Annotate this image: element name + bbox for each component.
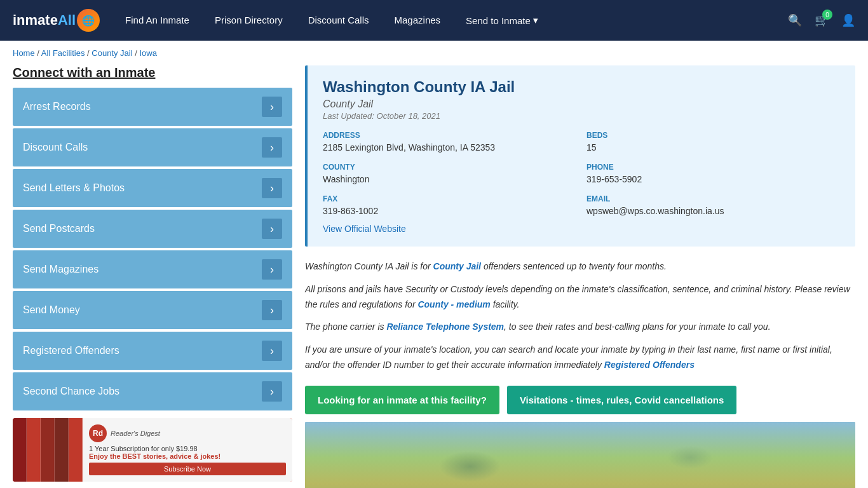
sidebar-item-second-chance-jobs[interactable]: Second Chance Jobs › bbox=[13, 372, 292, 410]
cart-icon[interactable]: 🛒 0 bbox=[815, 13, 829, 27]
chevron-right-icon: › bbox=[262, 137, 282, 158]
chevron-right-icon: › bbox=[262, 219, 282, 239]
phone-value: 319-653-5902 bbox=[587, 174, 840, 184]
ad-books-decoration bbox=[13, 418, 83, 482]
sidebar-item-label: Arrest Records bbox=[23, 101, 91, 112]
facility-name: Washington County IA Jail bbox=[323, 78, 840, 96]
sidebar: Connect with an Inmate Arrest Records › … bbox=[13, 65, 292, 488]
breadcrumb: Home / All Facilities / County Jail / Io… bbox=[0, 41, 868, 65]
facility-last-updated: Last Updated: October 18, 2021 bbox=[323, 111, 840, 121]
sidebar-item-send-magazines[interactable]: Send Magazines › bbox=[13, 250, 292, 288]
facility-details: ADDRESS 2185 Lexington Blvd, Washington,… bbox=[323, 131, 840, 216]
desc-para4: If you are unsure of your inmate's locat… bbox=[305, 342, 855, 373]
logo-text-inmate: inmate bbox=[13, 12, 58, 28]
sidebar-item-label: Send Money bbox=[23, 304, 80, 316]
ad-tagline: Enjoy the BEST stories, advice & jokes! bbox=[89, 452, 286, 460]
ad-subscribe-button[interactable]: Subscribe Now bbox=[89, 463, 286, 475]
ad-subscription-text: 1 Year Subscription for only $19.98 bbox=[89, 445, 286, 452]
breadcrumb-county-jail[interactable]: County Jail bbox=[92, 48, 132, 58]
desc-para2: All prisons and jails have Security or C… bbox=[305, 282, 855, 313]
sidebar-items: Arrest Records › Discount Calls › Send L… bbox=[13, 88, 292, 410]
sidebar-item-label: Send Postcards bbox=[23, 223, 95, 234]
phone-label: PHONE bbox=[587, 163, 840, 172]
chevron-right-icon: › bbox=[262, 341, 282, 361]
chevron-right-icon: › bbox=[262, 381, 282, 402]
ad-brand: Reader's Digest bbox=[111, 430, 160, 437]
reliance-telephone-link[interactable]: Reliance Telephone System bbox=[386, 322, 504, 332]
facility-type: County Jail bbox=[323, 98, 840, 110]
chevron-right-icon: › bbox=[262, 259, 282, 280]
breadcrumb-state[interactable]: Iowa bbox=[139, 48, 156, 58]
breadcrumb-home[interactable]: Home bbox=[13, 48, 35, 58]
chevron-right-icon: › bbox=[262, 97, 282, 117]
main-nav: inmateAll 🌐 Find An Inmate Prison Direct… bbox=[0, 0, 868, 41]
sidebar-item-label: Send Letters & Photos bbox=[23, 182, 125, 194]
county-group: COUNTY Washington bbox=[323, 163, 576, 184]
logo[interactable]: inmateAll 🌐 bbox=[13, 9, 100, 32]
county-label: COUNTY bbox=[323, 163, 576, 172]
fax-group: FAX 319-863-1002 bbox=[323, 194, 576, 216]
phone-group: PHONE 319-653-5902 bbox=[587, 163, 840, 184]
sidebar-item-label: Discount Calls bbox=[23, 142, 88, 153]
beds-value: 15 bbox=[587, 142, 840, 152]
nav-send-to-inmate[interactable]: Send to Inmate ▾ bbox=[466, 15, 538, 26]
beds-group: BEDS 15 bbox=[587, 131, 840, 152]
main-content: Washington County IA Jail County Jail La… bbox=[305, 65, 855, 488]
cta-buttons: Looking for an inmate at this facility? … bbox=[305, 386, 855, 414]
desc-para3: The phone carrier is Reliance Telephone … bbox=[305, 320, 855, 335]
nav-right: 🔍 🛒 0 👤 bbox=[788, 13, 855, 27]
desc-para1: Washington County IA Jail is for County … bbox=[305, 259, 855, 274]
county-value: Washington bbox=[323, 174, 576, 184]
nav-prison-directory[interactable]: Prison Directory bbox=[215, 15, 283, 26]
user-icon[interactable]: 👤 bbox=[841, 13, 855, 27]
address-value: 2185 Lexington Blvd, Washington, IA 5235… bbox=[323, 142, 576, 152]
county-medium-link[interactable]: County - medium bbox=[417, 299, 490, 309]
nav-links: Find An Inmate Prison Directory Discount… bbox=[125, 15, 788, 26]
address-label: ADDRESS bbox=[323, 131, 576, 140]
sidebar-item-label: Registered Offenders bbox=[23, 345, 119, 356]
fax-label: FAX bbox=[323, 194, 576, 203]
ad-logo: Rd Reader's Digest bbox=[89, 424, 286, 442]
chevron-right-icon: › bbox=[262, 178, 282, 198]
breadcrumb-all-facilities[interactable]: All Facilities bbox=[41, 48, 85, 58]
sidebar-item-send-letters-photos[interactable]: Send Letters & Photos › bbox=[13, 169, 292, 207]
facility-description: Washington County IA Jail is for County … bbox=[305, 259, 855, 373]
address-group: ADDRESS 2185 Lexington Blvd, Washington,… bbox=[323, 131, 576, 152]
facility-card: Washington County IA Jail County Jail La… bbox=[305, 65, 855, 247]
email-group: EMAIL wpsweb@wps.co.washington.ia.us bbox=[587, 194, 840, 216]
aerial-facility-image bbox=[305, 422, 855, 488]
nav-discount-calls[interactable]: Discount Calls bbox=[308, 15, 369, 26]
sidebar-title: Connect with an Inmate bbox=[13, 65, 292, 80]
search-icon[interactable]: 🔍 bbox=[788, 13, 802, 27]
main-container: Connect with an Inmate Arrest Records › … bbox=[0, 65, 868, 488]
readers-digest-logo: Rd bbox=[89, 424, 107, 442]
sidebar-item-send-money[interactable]: Send Money › bbox=[13, 291, 292, 329]
email-value: wpsweb@wps.co.washington.ia.us bbox=[587, 206, 840, 216]
view-official-website-link[interactable]: View Official Website bbox=[323, 224, 406, 234]
fax-value: 319-863-1002 bbox=[323, 206, 576, 216]
logo-icon: 🌐 bbox=[77, 9, 100, 32]
beds-label: BEDS bbox=[587, 131, 840, 140]
logo-text-all: All bbox=[58, 12, 76, 28]
registered-offenders-link[interactable]: Registered Offenders bbox=[604, 360, 695, 370]
visitations-button[interactable]: Visitations - times, rules, Covid cancel… bbox=[507, 386, 737, 414]
sidebar-item-label: Second Chance Jobs bbox=[23, 386, 119, 397]
email-label: EMAIL bbox=[587, 194, 840, 203]
nav-find-inmate[interactable]: Find An Inmate bbox=[125, 15, 189, 26]
county-jail-link[interactable]: County Jail bbox=[433, 261, 481, 271]
sidebar-item-label: Send Magazines bbox=[23, 264, 98, 275]
sidebar-item-arrest-records[interactable]: Arrest Records › bbox=[13, 88, 292, 126]
ad-banner[interactable]: Rd Reader's Digest 1 Year Subscription f… bbox=[13, 418, 292, 482]
sidebar-item-registered-offenders[interactable]: Registered Offenders › bbox=[13, 332, 292, 370]
looking-for-inmate-button[interactable]: Looking for an inmate at this facility? bbox=[305, 386, 499, 414]
sidebar-item-send-postcards[interactable]: Send Postcards › bbox=[13, 210, 292, 248]
cart-badge: 0 bbox=[822, 10, 832, 20]
sidebar-item-discount-calls[interactable]: Discount Calls › bbox=[13, 128, 292, 166]
chevron-right-icon: › bbox=[262, 300, 282, 320]
nav-magazines[interactable]: Magazines bbox=[395, 15, 441, 26]
